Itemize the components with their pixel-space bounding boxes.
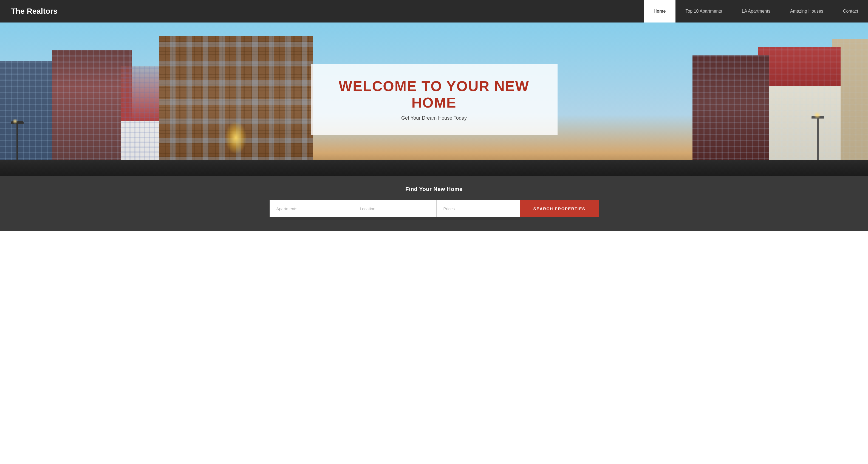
apartments-input[interactable] (270, 200, 353, 217)
street (0, 160, 868, 176)
nav-links: Home Top 10 Apartments LA Apartments Ama… (644, 0, 868, 23)
nav-home[interactable]: Home (644, 0, 676, 23)
building-left (52, 50, 132, 176)
building-center-right (692, 55, 769, 176)
location-input[interactable] (353, 200, 436, 217)
hero-subtitle: Get Your Dream House Today (338, 115, 530, 121)
navbar: The Realtors Home Top 10 Apartments LA A… (0, 0, 868, 23)
nav-la[interactable]: LA Apartments (732, 0, 780, 23)
hero-section: WELCOME TO YOUR NEW HOME Get Your Dream … (0, 23, 868, 176)
hero-title: WELCOME TO YOUR NEW HOME (338, 78, 530, 111)
building-far-left (0, 61, 60, 176)
building-right (758, 47, 841, 176)
brand-name: The Realtors (11, 7, 58, 16)
prices-input[interactable] (436, 200, 520, 217)
brand: The Realtors (0, 0, 71, 23)
nav-top10[interactable]: Top 10 Apartments (676, 0, 732, 23)
nav-contact[interactable]: Contact (833, 0, 868, 23)
search-button[interactable]: SEARCH PROPERTIES (520, 200, 599, 217)
search-title: Find Your New Home (22, 186, 846, 192)
nav-houses[interactable]: Amazing Houses (780, 0, 833, 23)
building-center (159, 36, 313, 176)
search-section: Find Your New Home SEARCH PROPERTIES (0, 176, 868, 231)
hero-overlay: WELCOME TO YOUR NEW HOME Get Your Dream … (311, 64, 558, 135)
search-form: SEARCH PROPERTIES (270, 200, 599, 217)
